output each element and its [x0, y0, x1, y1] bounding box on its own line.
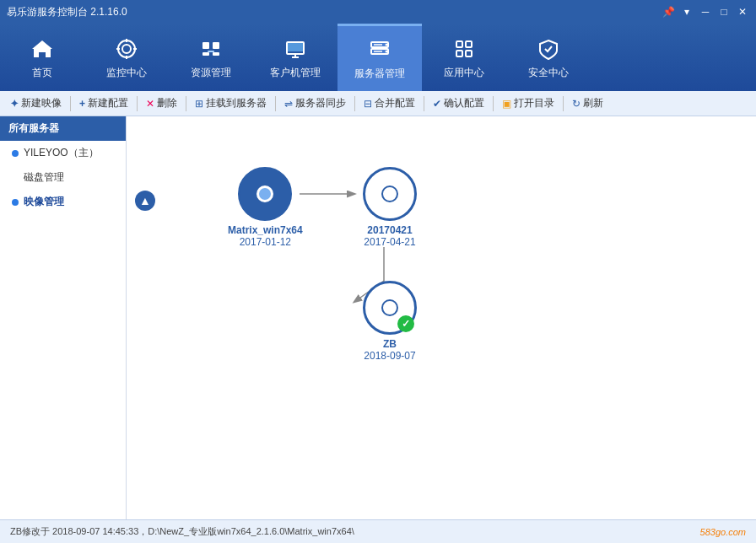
wifi-icon[interactable]: ▾ [680, 5, 694, 19]
monitor-label: 监控中心 [106, 66, 147, 80]
sidebar-header: 所有服务器 [0, 116, 126, 141]
sync-icon: ⇌ [284, 98, 293, 110]
sep3 [186, 96, 186, 111]
refresh-button[interactable]: ↻ 刷新 [567, 94, 608, 112]
plus-icon: + [79, 98, 85, 110]
main-layout: 所有服务器 YILEYOO（主） 磁盘管理 映像管理 ▲ [0, 116, 756, 519]
svg-point-1 [122, 45, 131, 53]
sep5 [354, 96, 355, 111]
confirm-icon: ✔ [433, 98, 441, 110]
yileyoo-dot [12, 150, 19, 157]
content-area: ▲ Matrix_win7x64 2017-01-12 [127, 116, 756, 519]
client-icon [282, 35, 309, 62]
svg-point-19 [386, 51, 388, 53]
app-title: 易乐游服务控制台 2.1.16.0 [7, 5, 127, 19]
sep8 [563, 96, 564, 111]
nav-client[interactable]: 客户机管理 [253, 24, 338, 91]
pin-icon[interactable]: 📌 [662, 5, 675, 19]
disk-circle-outline [363, 167, 417, 221]
svg-rect-8 [202, 52, 209, 56]
nav-bar: 首页 监控中心 资源管理 [0, 24, 756, 91]
security-icon [535, 35, 562, 62]
delete-button[interactable]: ✕ 删除 [141, 94, 182, 112]
app-icon [451, 35, 478, 62]
svg-rect-10 [208, 51, 214, 52]
sidebar: 所有服务器 YILEYOO（主） 磁盘管理 映像管理 [0, 116, 127, 519]
nav-home[interactable]: 首页 [0, 24, 84, 91]
mount-icon: ⊞ [195, 98, 203, 110]
disk-circle-solid [238, 167, 292, 221]
sidebar-item-yileyoo[interactable]: YILEYOO（主） [0, 141, 126, 165]
up-arrow-button[interactable]: ▲ [135, 191, 155, 211]
new-image-icon: ✦ [10, 98, 19, 110]
svg-rect-12 [288, 43, 303, 51]
node2-name: 20170421 [367, 224, 412, 236]
sep4 [275, 96, 276, 111]
minimize-button[interactable]: ─ [699, 5, 712, 19]
open-dir-button[interactable]: ▣ 打开目录 [497, 94, 559, 112]
mount-button[interactable]: ⊞ 挂载到服务器 [190, 94, 272, 112]
connector-svg [127, 116, 717, 454]
status-bar: ZB修改于 2018-09-07 14:45:33，D:\NewZ_专业版win… [0, 519, 756, 543]
security-label: 安全中心 [528, 66, 569, 80]
window-controls: 📌 ▾ ─ □ ✕ [662, 5, 749, 19]
node3-date: 2018-09-07 [364, 350, 415, 362]
node3-name: ZB [383, 338, 397, 350]
node2-date: 2017-04-21 [364, 236, 415, 248]
merge-config-button[interactable]: ⊟ 合并配置 [359, 94, 420, 112]
monitor-icon [113, 35, 140, 62]
home-label: 首页 [32, 66, 52, 80]
svg-point-0 [118, 40, 135, 57]
nav-monitor[interactable]: 监控中心 [84, 24, 169, 91]
sidebar-item-image[interactable]: 映像管理 [0, 190, 126, 214]
svg-rect-6 [202, 42, 209, 49]
new-image-button[interactable]: ✦ 新建映像 [5, 94, 67, 112]
svg-rect-23 [466, 41, 472, 47]
server-label: 服务器管理 [354, 67, 405, 81]
disk-node-zb[interactable]: ✓ ZB 2018-09-07 [363, 281, 417, 362]
sep2 [137, 96, 138, 111]
disk-node-20170421[interactable]: 20170421 2017-04-21 [363, 167, 417, 248]
confirm-config-button[interactable]: ✔ 确认配置 [428, 94, 489, 112]
disk-inner [256, 185, 273, 202]
svg-rect-9 [213, 52, 219, 56]
image-dot [12, 199, 19, 206]
server-icon [366, 36, 393, 63]
sep1 [70, 96, 71, 111]
merge-icon: ⊟ [364, 98, 372, 110]
svg-rect-25 [466, 51, 472, 56]
check-badge: ✓ [397, 315, 414, 332]
status-message: ZB修改于 2018-09-07 14:45:33，D:\NewZ_专业版win… [10, 525, 354, 538]
server-sync-button[interactable]: ⇌ 服务器同步 [279, 94, 351, 112]
resource-label: 资源管理 [191, 66, 231, 80]
new-config-button[interactable]: + 新建配置 [74, 94, 133, 112]
resource-icon [197, 35, 224, 62]
sep6 [424, 96, 424, 111]
refresh-icon: ↻ [572, 98, 580, 110]
sep7 [493, 96, 494, 111]
disk-inner-2 [381, 185, 398, 202]
disk-circle-green: ✓ [363, 281, 417, 335]
client-label: 客户机管理 [270, 66, 321, 80]
close-button[interactable]: ✕ [736, 5, 749, 19]
nav-server[interactable]: 服务器管理 [338, 24, 422, 91]
home-icon [29, 35, 56, 62]
folder-icon: ▣ [502, 98, 511, 110]
restore-button[interactable]: □ [717, 5, 731, 19]
svg-rect-7 [213, 42, 219, 49]
delete-icon: ✕ [146, 98, 154, 110]
nav-app[interactable]: 应用中心 [422, 24, 506, 91]
nav-security[interactable]: 安全中心 [506, 24, 591, 91]
node1-date: 2017-01-12 [240, 236, 291, 248]
disk-node-matrix[interactable]: Matrix_win7x64 2017-01-12 [228, 167, 303, 248]
brand-label: 583go.com [700, 527, 746, 537]
toolbar: ✦ 新建映像 + 新建配置 ✕ 删除 ⊞ 挂载到服务器 ⇌ 服务器同步 ⊟ 合并… [0, 91, 756, 116]
nav-resource[interactable]: 资源管理 [169, 24, 253, 91]
sidebar-item-disk[interactable]: 磁盘管理 [0, 165, 126, 190]
disk-inner-3 [381, 299, 398, 316]
svg-rect-22 [456, 41, 462, 47]
app-label: 应用中心 [444, 66, 484, 80]
svg-rect-24 [456, 51, 462, 56]
node1-name: Matrix_win7x64 [228, 224, 303, 236]
svg-point-18 [386, 44, 388, 46]
